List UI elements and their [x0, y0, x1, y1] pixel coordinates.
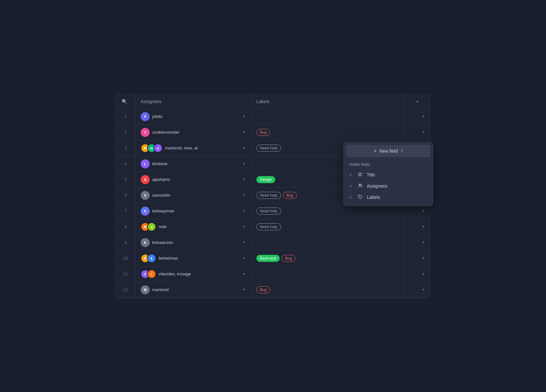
dropdown-arrow-icon[interactable]: ▼ [242, 209, 246, 213]
assignees-cell[interactable]: M m a mariorod, moe, ar ▼ [135, 140, 251, 156]
row-number: 10 [116, 251, 135, 266]
assignees-cell[interactable]: M d mdo ▼ [135, 219, 251, 235]
label-badge: Need help [256, 145, 281, 152]
table-row: 9 K keisaacson ▼ ▼ [116, 235, 430, 251]
avatar: C [141, 128, 150, 137]
field-title-label: Title [367, 172, 375, 177]
field-item-labels[interactable]: ✓ Labels [346, 192, 430, 203]
dropdown-arrow-icon[interactable]: ▼ [242, 178, 246, 181]
assignees-cell[interactable]: V t vilacides, trosage ▼ [135, 266, 251, 282]
dropdown-arrow-icon[interactable]: ▼ [242, 272, 246, 276]
avatar: a [154, 144, 163, 153]
svg-rect-2 [358, 175, 362, 176]
avatar: d [147, 222, 156, 231]
label-badge: Bug [256, 286, 270, 293]
labels-cell[interactable]: Back-end Bug [251, 251, 404, 266]
field-dropdown-panel: + New field 𝖨 Visible fields ✓ Title ✓ [343, 142, 433, 206]
avatar: M [141, 285, 150, 294]
row-extra-cell: ▼ [404, 266, 430, 282]
dropdown-arrow-icon[interactable]: ▼ [242, 241, 246, 244]
assignee-name: keisaacson [152, 240, 240, 245]
table-row: 2 C cookienomster ▼ Bug ▼ [116, 125, 430, 140]
labels-cell[interactable]: Need help [251, 219, 404, 235]
dropdown-arrow-icon[interactable]: ▼ [242, 162, 246, 165]
new-field-button[interactable]: + New field 𝖨 [346, 145, 430, 157]
table-row: 10 B k berkelmas ▼ Back-end Bug ▼ [116, 251, 430, 266]
row-dropdown-icon[interactable]: ▼ [422, 288, 425, 291]
assignees-field-icon [357, 183, 364, 189]
labels-cell[interactable] [251, 235, 404, 250]
field-assignees-label: Assignees [367, 183, 388, 189]
avatar: k [147, 254, 156, 263]
dropdown-arrow-icon[interactable]: ▼ [242, 193, 246, 197]
main-table: 🔍 Assignees Labels + 1 P pifafu ▼ ▼ 2 C … [116, 94, 430, 298]
avatar: A [141, 175, 150, 184]
labels-cell[interactable] [251, 109, 404, 124]
table-row: 1 P pifafu ▼ ▼ [116, 109, 430, 125]
row-number: 7 [116, 203, 135, 219]
dropdown-arrow-icon[interactable]: ▼ [242, 130, 246, 134]
row-dropdown-icon[interactable]: ▼ [422, 256, 425, 260]
svg-point-5 [359, 195, 360, 196]
row-number: 2 [116, 125, 135, 140]
label-badge: Design [256, 176, 275, 183]
assignees-cell[interactable]: C cookienomster ▼ [135, 125, 251, 140]
row-number: 12 [116, 282, 135, 298]
avatar-group: M m a [141, 144, 163, 153]
search-icon[interactable]: 🔍 [122, 99, 127, 104]
field-item-assignees[interactable]: ✓ Assignees [346, 181, 430, 192]
assignee-name: mariorod [152, 287, 240, 292]
table-row: 8 M d mdo ▼ Need help ▼ [116, 219, 430, 235]
labels-cell[interactable]: Bug [251, 125, 404, 140]
row-dropdown-icon[interactable]: ▼ [422, 272, 425, 276]
row-number: 6 [116, 188, 135, 203]
label-badge: Bug [282, 255, 295, 262]
row-dropdown-icon[interactable]: ▼ [422, 130, 425, 134]
assignees-cell[interactable]: K kirkwayman ▼ [135, 203, 251, 219]
dropdown-arrow-icon[interactable]: ▼ [242, 288, 246, 291]
row-dropdown-icon[interactable]: ▼ [422, 225, 425, 228]
field-labels-label: Labels [367, 195, 380, 200]
assignees-cell[interactable]: S samoshin ▼ [135, 188, 251, 203]
assignee-name: pifafu [152, 114, 240, 119]
assignees-cell[interactable]: B k berkelmas ▼ [135, 251, 251, 266]
add-col-icon: + [416, 99, 418, 104]
dropdown-arrow-icon[interactable]: ▼ [242, 115, 246, 118]
dropdown-arrow-icon[interactable]: ▼ [242, 225, 246, 228]
assignees-header-label: Assignees [141, 99, 162, 104]
check-icon: ✓ [349, 173, 354, 177]
avatar: K [141, 238, 150, 247]
labels-cell[interactable] [251, 266, 404, 282]
new-field-label: New field [379, 148, 398, 154]
avatar-group: M d [141, 222, 156, 231]
assignees-cell[interactable]: K keisaacson ▼ [135, 235, 251, 250]
labels-cell[interactable]: Bug [251, 282, 404, 298]
assignees-cell[interactable]: M mariorod ▼ [135, 282, 251, 298]
row-dropdown-icon[interactable]: ▼ [422, 209, 425, 213]
label-badge: Bug [283, 192, 297, 199]
dropdown-arrow-icon[interactable]: ▼ [242, 256, 246, 260]
svg-point-3 [359, 184, 361, 186]
label-badge: Need help [256, 192, 281, 199]
assignee-name: mariorod, moe, ar [165, 146, 240, 150]
assignee-name: berkelmas [159, 256, 240, 261]
labels-header-label: Labels [256, 99, 269, 104]
row-dropdown-icon[interactable]: ▼ [422, 115, 425, 118]
row-dropdown-icon[interactable]: ▼ [422, 241, 425, 244]
assignees-cell[interactable]: P pifafu ▼ [135, 109, 251, 124]
row-number: 4 [116, 156, 135, 172]
cursor-indicator: 𝖨 [401, 148, 403, 153]
assignees-cell[interactable]: L lerebear ▼ [135, 156, 251, 172]
assignees-cell[interactable]: A ajashams ▼ [135, 172, 251, 187]
field-item-title[interactable]: ✓ Title [346, 169, 430, 181]
labels-field-icon [357, 194, 364, 200]
table-row: 11 V t vilacides, trosage ▼ ▼ [116, 266, 430, 282]
row-extra-cell: ▼ [404, 235, 430, 250]
add-col-button[interactable]: + [404, 94, 430, 109]
avatar: S [141, 191, 150, 200]
dropdown-arrow-icon[interactable]: ▼ [242, 146, 246, 150]
assignee-name: kirkwayman [152, 209, 240, 213]
num-col-header: 🔍 [116, 94, 135, 109]
row-number: 9 [116, 235, 135, 250]
row-extra-cell: ▼ [404, 109, 430, 124]
